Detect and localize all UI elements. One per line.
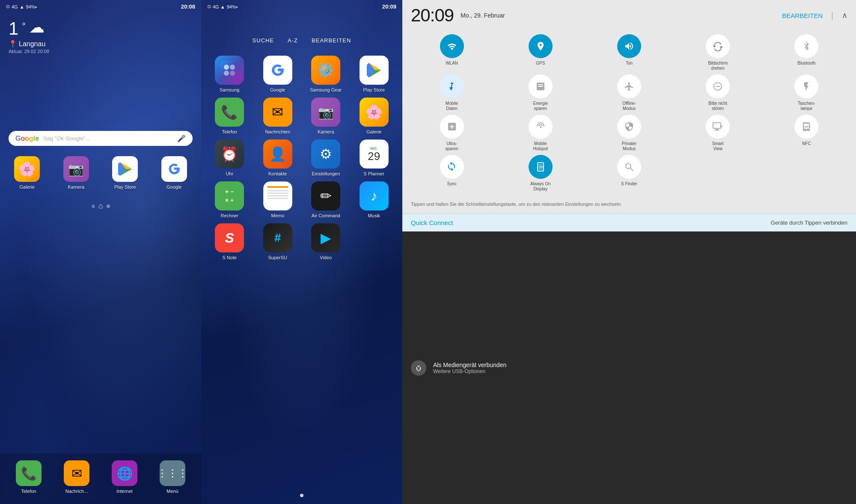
drawer-app-gear[interactable]: ⚙️ Samsung Gear: [304, 56, 348, 92]
video-drawer-icon: ▶: [311, 223, 340, 252]
snote-drawer-icon: S: [215, 223, 244, 252]
drawer-app-telefon[interactable]: 📞 Telefon: [208, 98, 251, 134]
uhr-drawer-label: Uhr: [226, 171, 233, 176]
home-app-google[interactable]: Google: [154, 156, 195, 190]
nachrichten-dock-label: Nachrich...: [65, 489, 88, 494]
home-app-galerie[interactable]: 🌸 Galerie: [7, 156, 48, 190]
usb-notification[interactable]: Als Mediengerät verbunden Weitere USB-Op…: [402, 231, 856, 504]
google-search-bar[interactable]: Google Sag "Ok Google"... 🎤: [9, 131, 193, 146]
cam-icon: ⊙: [207, 4, 211, 9]
home-screen: ⊙ 4G ▲ 94%▪ 20:08 1 ° ☁ 📍 Langnau Aktual…: [0, 0, 201, 504]
qs-energy[interactable]: Energiesparen: [498, 74, 583, 111]
qs-header: 20:09 Mo., 29. Februar BEARBEITEN | ∧: [402, 0, 856, 29]
einstellungen-drawer-label: Einstellungen: [312, 171, 340, 176]
qs-expand-button[interactable]: ∧: [842, 11, 847, 20]
einstellungen-drawer-icon: ⚙: [311, 139, 340, 169]
aod-label: Always OnDisplay: [530, 181, 551, 192]
drawer-app-kamera[interactable]: 📷 Kamera: [304, 98, 348, 134]
qs-flashlight[interactable]: Taschen-lampe: [764, 74, 849, 111]
energy-icon-circle: [529, 74, 553, 98]
drawer-page-dot: [300, 494, 303, 497]
drawer-app-video[interactable]: ▶ Video: [304, 223, 348, 260]
bearbeiten-button[interactable]: BEARBEITEN: [312, 37, 351, 44]
qs-gps[interactable]: GPS: [498, 34, 583, 71]
drawer-app-google[interactable]: Google: [256, 56, 300, 92]
drawer-app-memo[interactable]: Memo: [256, 181, 300, 218]
qs-sync[interactable]: Sync: [409, 155, 494, 192]
dnd-label: Bitte nichtstören: [708, 101, 727, 111]
drawer-app-aircommand[interactable]: ✏ Air Command: [304, 181, 348, 218]
drawer-app-musik[interactable]: ♪ Musik: [353, 181, 396, 218]
usb-title: Als Mediengerät verbunden: [433, 362, 506, 368]
sync-icon-circle: [440, 155, 464, 179]
drawer-app-rechner[interactable]: + − × ÷ Rechner: [208, 181, 251, 218]
quick-connect-bar[interactable]: Quick Connect Geräte durch Tippen verbin…: [402, 213, 856, 231]
dock-internet[interactable]: 🌐 Internet: [103, 460, 146, 494]
airplane-label: Offline-Modus: [622, 101, 636, 111]
galerie-label: Galerie: [20, 184, 35, 190]
home-app-playstore[interactable]: Play Store: [105, 156, 146, 190]
qs-rotate[interactable]: Bildschirmdrehen: [675, 34, 761, 71]
qs-sfinder[interactable]: S Finder: [586, 155, 672, 192]
mic-icon[interactable]: 🎤: [177, 134, 186, 142]
suche-button[interactable]: SUCHE: [253, 37, 274, 44]
status-bar-home: ⊙ 4G ▲ 94%▪ 20:08: [0, 0, 201, 12]
aircommand-drawer-icon: ✏: [311, 181, 340, 210]
qs-edit-button[interactable]: BEARBEITEN: [782, 12, 823, 19]
drawer-app-splanner[interactable]: MO. 29 S Planner: [353, 139, 396, 176]
drawer-app-galerie[interactable]: 🌸 Galerie: [353, 98, 396, 134]
az-button[interactable]: A-Z: [288, 37, 298, 44]
qs-ultra-save[interactable]: Ultra-sparen: [409, 115, 494, 151]
energy-label: Energiesparen: [533, 101, 548, 111]
drawer-app-uhr[interactable]: ⏰ Uhr: [208, 139, 251, 176]
wlan-label: WLAN: [446, 61, 458, 66]
qs-divider: |: [831, 11, 833, 20]
qs-nfc[interactable]: NFC NFC: [764, 115, 849, 151]
temperature-display: 1 ° ☁: [9, 18, 193, 39]
home-app-kamera[interactable]: 📷 Kamera: [56, 156, 97, 190]
drawer-app-playstore[interactable]: Play Store: [353, 56, 396, 92]
qs-ton[interactable]: Ton: [586, 34, 672, 71]
svg-line-21: [630, 168, 633, 171]
nav-home-icon[interactable]: ⌂: [98, 202, 103, 210]
weather-icon: ☁: [29, 18, 45, 36]
nfc-label: NFC: [802, 141, 811, 146]
gps-label: GPS: [536, 61, 545, 66]
signal-icon: ▲: [20, 4, 24, 9]
bluetooth-label: Bluetooth: [797, 61, 815, 66]
dock-nachrichten[interactable]: ✉ Nachrich...: [55, 460, 98, 494]
qs-airplane[interactable]: Offline-Modus: [586, 74, 672, 111]
galerie-drawer-icon: 🌸: [360, 98, 389, 127]
nav-lines-icon[interactable]: ≡: [91, 203, 95, 210]
drawer-app-nachrichten[interactable]: ✉ Nachrichten: [256, 98, 300, 134]
qs-bluetooth[interactable]: Bluetooth: [764, 34, 849, 71]
drawer-app-samsung[interactable]: Samsung: [208, 56, 251, 92]
qs-mobile-data[interactable]: MobileDaten: [409, 74, 494, 111]
qs-aod[interactable]: AOD Always OnDisplay: [498, 155, 583, 192]
private-icon-circle: [617, 115, 641, 139]
qs-wlan[interactable]: WLAN: [409, 34, 494, 71]
internet-dock-icon: 🌐: [112, 460, 137, 486]
dock-telefon[interactable]: 📞 Telefon: [7, 460, 51, 494]
status-bar-drawer: ⊙ 4G ▲ 94%▪ 20:09: [201, 0, 402, 12]
drawer-app-snote[interactable]: S S Note: [208, 223, 251, 260]
memo-drawer-label: Memo: [271, 213, 284, 218]
qs-smart-view[interactable]: SmartView: [675, 115, 761, 151]
kamera-drawer-label: Kamera: [318, 129, 334, 134]
drawer-app-einstellungen[interactable]: ⚙ Einstellungen: [304, 139, 348, 176]
qs-hotspot[interactable]: MobileHotspot: [498, 115, 583, 151]
telefon-dock-icon: 📞: [16, 460, 42, 486]
qs-private[interactable]: PrivaterModus: [586, 115, 672, 151]
dock-menu[interactable]: ⋮⋮⋮ Menü: [151, 460, 194, 494]
gear-drawer-label: Samsung Gear: [310, 87, 342, 92]
supersu-drawer-icon: #: [263, 223, 292, 252]
drawer-app-supersu[interactable]: # SuperSU: [256, 223, 300, 260]
qs-dnd[interactable]: Bitte nichtstören: [675, 74, 761, 111]
menu-dock-icon: ⋮⋮⋮: [160, 460, 185, 486]
degree-symbol: °: [22, 21, 26, 32]
nav-dot: [107, 205, 110, 208]
qs-hint: Tippen und halten Sie die Schnelleinstel…: [402, 197, 856, 213]
flashlight-label: Taschen-lampe: [798, 101, 815, 111]
drawer-app-kontakte[interactable]: 👤 Kontakte: [256, 139, 300, 176]
status-left-drawer: ⊙ 4G ▲ 94%▪: [207, 4, 238, 9]
